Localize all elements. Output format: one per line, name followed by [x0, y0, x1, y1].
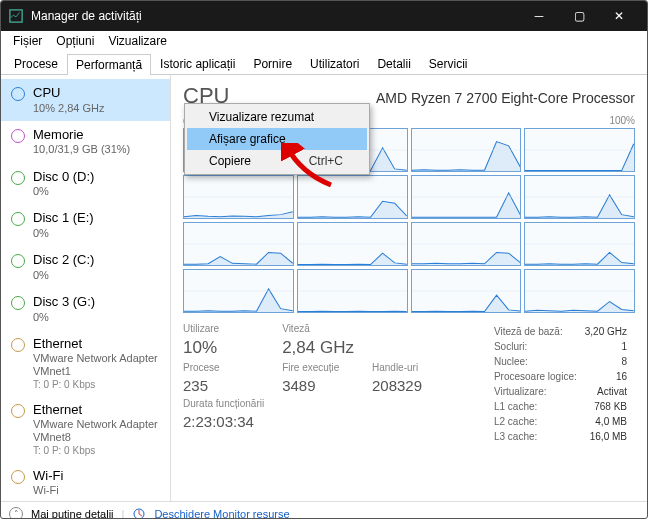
core-graph [297, 222, 408, 266]
resource-icon [11, 470, 25, 484]
tab-app-history[interactable]: Istoric aplicații [151, 53, 244, 74]
sidebar-item-sub: 10,0/31,9 GB (31%) [33, 143, 130, 156]
threads-label: Fire execuție [282, 362, 354, 373]
sidebar-item-label: Disc 3 (G:) [33, 294, 95, 310]
sidebar-item-sub: 0% [33, 311, 95, 324]
fewer-details-link[interactable]: Mai puține detalii [31, 508, 114, 520]
sidebar-item-sub: 10% 2,84 GHz [33, 102, 105, 115]
svg-rect-0 [10, 10, 22, 22]
sidebar-item-sub: VMware Network Adapter VMnet1 [33, 352, 162, 378]
sidebar-item-label: Memorie [33, 127, 130, 143]
maximize-button[interactable]: ▢ [559, 1, 599, 31]
tab-details[interactable]: Detalii [368, 53, 419, 74]
tab-services[interactable]: Servicii [420, 53, 477, 74]
sidebar-item-sub: 0% [33, 185, 94, 198]
sidebar-item-disc-1-e-[interactable]: Disc 1 (E:) 0% [1, 204, 170, 246]
resource-icon [11, 87, 25, 101]
sidebar-item-label: Ethernet [33, 336, 162, 352]
resource-icon [11, 212, 25, 226]
resource-icon [11, 296, 25, 310]
speed-value: 2,84 GHz [282, 338, 354, 358]
tab-processes[interactable]: Procese [5, 53, 67, 74]
core-graph [524, 128, 635, 172]
proc-label: Procese [183, 362, 264, 373]
app-icon [9, 9, 23, 23]
resource-icon [11, 254, 25, 268]
speed-label: Viteză [282, 323, 354, 334]
tab-startup[interactable]: Pornire [244, 53, 301, 74]
resource-icon [11, 129, 25, 143]
titlebar: Manager de activități ─ ▢ ✕ [1, 1, 647, 31]
core-graph [524, 175, 635, 219]
chevron-up-icon[interactable]: ˄ [9, 507, 23, 520]
core-graph [183, 222, 294, 266]
core-graph [411, 128, 522, 172]
window-title: Manager de activități [31, 9, 519, 23]
core-graph [524, 269, 635, 313]
sidebar-item-sub: 0% [33, 227, 94, 240]
sidebar-item-label: Ethernet [33, 402, 162, 418]
sidebar-item-disc-2-c-[interactable]: Disc 2 (C:) 0% [1, 246, 170, 288]
sidebar-item-label: Disc 2 (C:) [33, 252, 94, 268]
sidebar-item-label: Disc 1 (E:) [33, 210, 94, 226]
util-label: Utilizare [183, 323, 264, 334]
core-graph [411, 175, 522, 219]
sidebar-item-disc-3-g-[interactable]: Disc 3 (G:) 0% [1, 288, 170, 330]
menubar: Fișier Opțiuni Vizualizare [1, 31, 647, 51]
handles-value: 208329 [372, 377, 442, 394]
core-graph [183, 175, 294, 219]
resource-icon [11, 338, 25, 352]
footer: ˄ Mai puține detalii | Deschidere Monito… [1, 501, 647, 519]
minimize-button[interactable]: ─ [519, 1, 559, 31]
menu-file[interactable]: Fișier [7, 32, 48, 50]
sidebar-item-label: Disc 0 (D:) [33, 169, 94, 185]
tab-users[interactable]: Utilizatori [301, 53, 368, 74]
uptime-value: 2:23:03:34 [183, 413, 264, 430]
sidebar-item-disc-0-d-[interactable]: Disc 0 (D:) 0% [1, 163, 170, 205]
sidebar-item-label: Wi-Fi [33, 468, 63, 484]
tab-performance[interactable]: Performanță [67, 54, 151, 75]
sidebar-item-sub2: T: 0 P: 0 Kbps [33, 445, 162, 456]
menu-options[interactable]: Opțiuni [50, 32, 100, 50]
axis-right: 100% [609, 115, 635, 126]
handles-label: Handle-uri [372, 362, 442, 373]
util-value: 10% [183, 338, 264, 358]
cpu-model: AMD Ryzen 7 2700 Eight-Core Processor [376, 90, 635, 106]
sidebar-item-label: CPU [33, 85, 105, 101]
resource-icon [11, 171, 25, 185]
sidebar-item-sub: VMware Network Adapter VMnet8 [33, 418, 162, 444]
open-resmon-link[interactable]: Deschidere Monitor resurse [154, 508, 289, 520]
resource-icon [11, 404, 25, 418]
tabstrip: Procese Performanță Istoric aplicații Po… [1, 51, 647, 75]
sidebar-item-sub2: T: 0 P: 0 Kbps [33, 379, 162, 390]
uptime-label: Durata funcționării [183, 398, 264, 409]
context-menu: Vizualizare rezumat Afișare grafice Copi… [184, 103, 370, 175]
core-graph [524, 222, 635, 266]
sidebar-item-wi-fi[interactable]: Wi-Fi Wi-Fi [1, 462, 170, 501]
threads-value: 3489 [282, 377, 354, 394]
sidebar-item-sub: Wi-Fi [33, 484, 63, 497]
menu-view[interactable]: Vizualizare [102, 32, 172, 50]
sidebar-item-sub: 0% [33, 269, 94, 282]
proc-value: 235 [183, 377, 264, 394]
close-button[interactable]: ✕ [599, 1, 639, 31]
sidebar: CPU 10% 2,84 GHz Memorie 10,0/31,9 GB (3… [1, 75, 171, 501]
ctx-summary-view[interactable]: Vizualizare rezumat [187, 106, 367, 128]
core-graph [183, 269, 294, 313]
sidebar-item-cpu[interactable]: CPU 10% 2,84 GHz [1, 79, 170, 121]
annotation-arrow-icon [281, 143, 341, 193]
resmon-icon [132, 507, 146, 520]
sidebar-item-memorie[interactable]: Memorie 10,0/31,9 GB (31%) [1, 121, 170, 163]
core-graph [411, 222, 522, 266]
sidebar-item-ethernet[interactable]: Ethernet VMware Network Adapter VMnet1 T… [1, 330, 170, 396]
core-graph [411, 269, 522, 313]
sidebar-item-ethernet[interactable]: Ethernet VMware Network Adapter VMnet8 T… [1, 396, 170, 462]
core-graph [297, 269, 408, 313]
cpu-details-table: Viteză de bază:3,20 GHz Socluri:1 Nuclee… [492, 323, 635, 445]
